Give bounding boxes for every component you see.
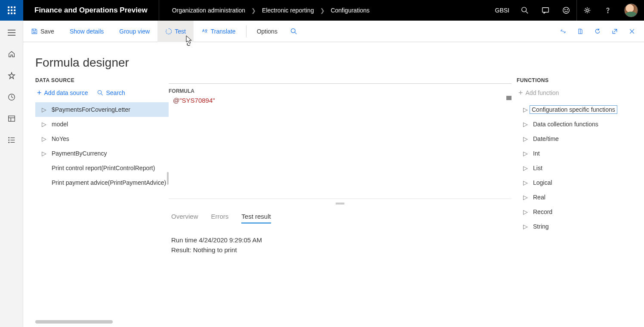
chevron-right-icon[interactable]: ▷ bbox=[40, 106, 48, 113]
plus-icon: + bbox=[518, 90, 523, 96]
svg-rect-5 bbox=[14, 9, 15, 11]
tree-item-label: NoYes bbox=[48, 135, 69, 142]
chevron-right-icon[interactable]: ▷ bbox=[521, 106, 530, 113]
tree-item[interactable]: ▷model bbox=[35, 117, 169, 131]
svg-point-15 bbox=[586, 9, 588, 11]
datasource-heading: DATA SOURCE bbox=[35, 77, 169, 83]
search-button[interactable] bbox=[515, 0, 535, 21]
settings-button[interactable] bbox=[577, 0, 598, 21]
nav-favorites[interactable] bbox=[3, 70, 20, 81]
attachments-button[interactable] bbox=[573, 24, 588, 39]
nav-home[interactable] bbox=[3, 49, 20, 59]
tree-item[interactable]: Print payment advice(PrintPaymentAdvice) bbox=[35, 175, 169, 190]
test-icon bbox=[165, 28, 172, 35]
tree-item[interactable]: Print control report(PrintControlReport) bbox=[35, 161, 169, 175]
formula-heading: FORMULA bbox=[169, 88, 512, 94]
chevron-right-icon[interactable]: ▷ bbox=[521, 179, 530, 186]
tree-item-label: Print payment advice(PrintPaymentAdvice) bbox=[40, 179, 166, 186]
help-button[interactable] bbox=[598, 0, 618, 21]
nav-hamburger[interactable] bbox=[3, 28, 20, 38]
tree-item[interactable]: ▷$PaymentsForCoveringLetter bbox=[35, 102, 169, 117]
tree-item[interactable]: ▷Record bbox=[517, 205, 637, 219]
result-tabs: Overview Errors Test result bbox=[169, 210, 512, 223]
scrollbar-thumb[interactable] bbox=[506, 96, 512, 100]
tree-item[interactable]: ▷String bbox=[517, 219, 637, 234]
tab-test-result[interactable]: Test result bbox=[241, 210, 271, 223]
chevron-right-icon: ❯ bbox=[320, 7, 325, 14]
tree-item[interactable]: ▷Data collection functions bbox=[517, 117, 637, 131]
tree-item[interactable]: ▷NoYes bbox=[35, 131, 169, 146]
tree-item-label: Record bbox=[530, 208, 552, 215]
formula-editor[interactable]: @"SYS70894" bbox=[169, 96, 512, 199]
save-label: Save bbox=[40, 28, 54, 35]
chevron-right-icon[interactable]: ▷ bbox=[40, 150, 48, 157]
tab-overview[interactable]: Overview bbox=[171, 210, 198, 223]
tree-item-label: model bbox=[48, 121, 68, 128]
search-datasource-button[interactable]: Search bbox=[97, 89, 125, 96]
save-button[interactable]: Save bbox=[23, 21, 62, 42]
options-button[interactable]: Options bbox=[249, 21, 285, 42]
clock-icon bbox=[8, 93, 15, 101]
tree-item[interactable]: ▷Configuration specific functions bbox=[517, 102, 637, 117]
chevron-right-icon[interactable]: ▷ bbox=[521, 135, 530, 142]
chevron-right-icon[interactable]: ▷ bbox=[521, 121, 530, 128]
workspace-icon bbox=[8, 115, 15, 122]
action-search-button[interactable] bbox=[285, 21, 302, 42]
group-view-button[interactable]: Group view bbox=[111, 21, 157, 42]
test-result-body: Run time 4/24/2020 9:29:05 AM Result: No… bbox=[169, 223, 512, 255]
tree-item[interactable]: ▷Int bbox=[517, 146, 637, 161]
chevron-right-icon[interactable]: ▷ bbox=[40, 121, 48, 128]
svg-rect-11 bbox=[542, 8, 548, 12]
nav-modules[interactable] bbox=[3, 135, 20, 145]
messages-button[interactable] bbox=[535, 0, 556, 21]
feedback-button[interactable] bbox=[556, 0, 576, 21]
resize-handle[interactable]: ══ bbox=[169, 199, 512, 208]
breadcrumb-item[interactable]: Electronic reporting bbox=[262, 7, 314, 14]
tree-item[interactable]: ▷Real bbox=[517, 190, 637, 205]
nav-recent[interactable] bbox=[3, 92, 20, 102]
chevron-right-icon[interactable]: ▷ bbox=[521, 165, 530, 171]
translate-button[interactable]: Translate bbox=[194, 21, 243, 42]
page-title: Formula designer bbox=[35, 56, 644, 70]
app-title: Finance and Operations Preview bbox=[23, 0, 159, 21]
nav-workspaces[interactable] bbox=[3, 113, 20, 124]
svg-point-16 bbox=[607, 12, 608, 13]
formula-panel: FORMULA @"SYS70894" ══ Overview Errors T… bbox=[169, 77, 517, 327]
tree-item-label: PaymentByCurrency bbox=[48, 150, 107, 157]
waffle-icon bbox=[8, 6, 15, 14]
tree-item[interactable]: ▷Date/time bbox=[517, 131, 637, 146]
tree-item-label: Print control report(PrintControlReport) bbox=[40, 165, 155, 171]
chevron-right-icon[interactable]: ▷ bbox=[521, 194, 530, 201]
horizontal-scrollbar[interactable] bbox=[35, 320, 113, 324]
chevron-right-icon[interactable]: ▷ bbox=[40, 135, 48, 142]
tree-item[interactable]: ▷Logical bbox=[517, 175, 637, 190]
tab-errors[interactable]: Errors bbox=[211, 210, 229, 223]
chevron-right-icon[interactable]: ▷ bbox=[521, 223, 530, 230]
show-details-button[interactable]: Show details bbox=[62, 21, 111, 42]
add-function-button[interactable]: + Add function bbox=[518, 89, 559, 96]
svg-point-14 bbox=[567, 9, 568, 10]
test-button[interactable]: Test bbox=[157, 21, 194, 42]
link-button[interactable] bbox=[555, 24, 571, 39]
add-datasource-button[interactable]: + Add data source bbox=[37, 89, 88, 96]
tree-item[interactable]: ▷List bbox=[517, 161, 637, 175]
list-icon bbox=[8, 136, 15, 144]
tree-item-label: Real bbox=[530, 194, 545, 201]
user-avatar[interactable] bbox=[624, 3, 638, 17]
breadcrumb-item[interactable]: Configurations bbox=[331, 7, 370, 14]
close-button[interactable] bbox=[624, 24, 640, 39]
chevron-right-icon[interactable]: ▷ bbox=[521, 150, 530, 157]
tree-item[interactable]: ▷PaymentByCurrency bbox=[35, 146, 169, 161]
chevron-right-icon[interactable]: ▷ bbox=[521, 208, 530, 215]
company-label[interactable]: GBSI bbox=[490, 7, 515, 14]
popout-button[interactable] bbox=[607, 24, 622, 39]
svg-rect-6 bbox=[8, 12, 9, 14]
result-text: Result: Nothing to print bbox=[171, 245, 512, 255]
refresh-button[interactable] bbox=[590, 24, 605, 39]
link-icon bbox=[560, 28, 567, 35]
app-launcher[interactable] bbox=[0, 0, 23, 21]
refresh-icon bbox=[594, 28, 601, 35]
svg-rect-21 bbox=[8, 116, 14, 122]
svg-rect-7 bbox=[11, 12, 12, 14]
breadcrumb-item[interactable]: Organization administration bbox=[172, 7, 245, 14]
